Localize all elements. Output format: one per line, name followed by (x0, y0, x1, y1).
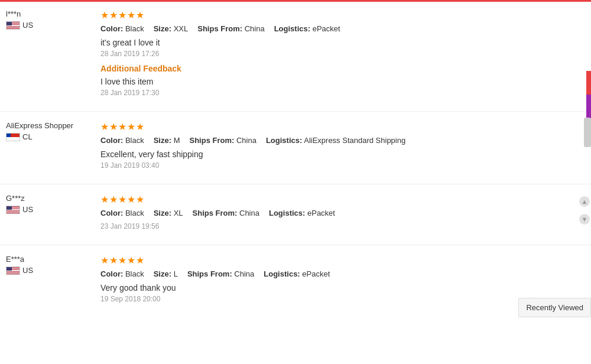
review-date: 19 Jan 2019 03:40 (100, 161, 579, 170)
review-date: 19 Sep 2018 20:00 (100, 295, 579, 303)
star-icon: ★ (109, 255, 118, 266)
scroll-arrow-up[interactable]: ▲ (579, 196, 590, 207)
reviewer-name: G***z (6, 194, 100, 203)
additional-feedback-label: Additional Feedback (100, 64, 579, 73)
order-details: Color: Black Size: XXL Ships From: China… (100, 24, 579, 33)
star-icon: ★ (100, 194, 109, 205)
order-details: Color: Black Size: XL Ships From: China … (100, 209, 579, 217)
star-icon: ★ (127, 121, 135, 132)
ships-from-label: Ships From: China (189, 136, 256, 145)
star-icon: ★ (136, 9, 144, 21)
reviewer-country: US (6, 21, 100, 30)
star-icon: ★ (136, 121, 144, 132)
star-icon: ★ (127, 194, 135, 205)
reviews-container: l***n US ★ ★ ★ ★ ★ Color: Black Size: XX… (0, 0, 591, 317)
color-label: Color: Black (100, 24, 144, 33)
country-label: US (22, 205, 33, 214)
review-section: Excellent, very fast shipping 19 Jan 201… (100, 150, 579, 170)
flag-us-icon (6, 21, 20, 30)
logistics-label: Logistics: AliExpress Standard Shipping (266, 136, 405, 145)
star-icon: ★ (136, 255, 144, 266)
reviewer-country: US (6, 266, 100, 275)
ships-from-label: Ships From: China (187, 269, 254, 278)
reviewer-name: AliExpress Shopper (6, 121, 100, 130)
country-label: US (22, 21, 33, 30)
ships-from-label: Ships From: China (193, 209, 259, 217)
size-label: Size: XL (154, 209, 183, 217)
reviewer-info: l***n US (0, 9, 100, 102)
flag-us-icon (6, 266, 20, 275)
ships-from-label: Ships From: China (197, 24, 264, 33)
logistics-label: Logistics: ePacket (269, 209, 335, 217)
flag-cl-icon (6, 133, 20, 141)
color-label: Color: Black (100, 269, 144, 278)
star-rating: ★ ★ ★ ★ ★ (100, 121, 579, 132)
size-label: Size: L (154, 269, 178, 278)
star-icon: ★ (127, 9, 135, 21)
review-item: G***z US ★ ★ ★ ★ ★ Color: Black Size: XL… (0, 184, 591, 245)
color-label: Color: Black (100, 209, 144, 217)
review-item: AliExpress Shopper CL ★ ★ ★ ★ ★ Color: B… (0, 112, 591, 184)
recently-viewed-button[interactable]: Recently Viewed (518, 298, 591, 317)
review-date: 23 Jan 2019 19:56 (100, 222, 579, 230)
color-label: Color: Black (100, 136, 144, 145)
country-label: CL (22, 132, 33, 141)
review-section: Very good thank you 19 Sep 2018 20:00 (100, 283, 579, 303)
star-icon: ★ (118, 194, 126, 205)
star-icon: ★ (109, 9, 118, 21)
review-section: it's great I love it 28 Jan 2019 17:26 (100, 38, 579, 58)
scroll-arrow-down[interactable]: ▼ (579, 214, 590, 225)
star-icon: ★ (136, 194, 144, 205)
star-icon: ★ (118, 121, 126, 132)
top-border (0, 0, 591, 2)
review-item: l***n US ★ ★ ★ ★ ★ Color: Black Size: XX… (0, 0, 591, 112)
logistics-label: Logistics: ePacket (274, 24, 340, 33)
star-rating: ★ ★ ★ ★ ★ (100, 255, 579, 266)
reviewer-country: US (6, 205, 100, 214)
star-icon: ★ (118, 9, 126, 21)
review-date: 28 Jan 2019 17:26 (100, 50, 579, 58)
reviewer-info: AliExpress Shopper CL (0, 121, 100, 174)
review-section: 23 Jan 2019 19:56 (100, 222, 579, 230)
reviewer-country: CL (6, 132, 100, 141)
star-icon: ★ (127, 255, 135, 266)
star-icon: ★ (109, 194, 118, 205)
size-label: Size: XXL (154, 24, 189, 33)
order-details: Color: Black Size: L Ships From: China L… (100, 269, 579, 278)
review-text: Excellent, very fast shipping (100, 150, 579, 159)
star-icon: ★ (100, 255, 109, 266)
additional-feedback-section: Additional Feedback I love this item 28 … (100, 64, 579, 97)
reviewer-info: E***a US (0, 255, 100, 308)
scrollbar-handle[interactable] (584, 118, 591, 147)
star-rating: ★ ★ ★ ★ ★ (100, 194, 579, 205)
star-icon: ★ (109, 121, 118, 132)
star-rating: ★ ★ ★ ★ ★ (100, 9, 579, 21)
logistics-label: Logistics: ePacket (264, 269, 330, 278)
flag-us-icon (6, 206, 20, 214)
review-text: it's great I love it (100, 38, 579, 47)
review-content: ★ ★ ★ ★ ★ Color: Black Size: L Ships Fro… (100, 255, 591, 308)
review-content: ★ ★ ★ ★ ★ Color: Black Size: M Ships Fro… (100, 121, 591, 174)
right-tab-red (586, 71, 591, 95)
reviewer-info: G***z US (0, 194, 100, 235)
country-label: US (22, 266, 33, 275)
star-icon: ★ (100, 9, 109, 21)
star-icon: ★ (118, 255, 126, 266)
recently-viewed-label: Recently Viewed (526, 303, 583, 312)
reviewer-name: E***a (6, 255, 100, 264)
review-content: ★ ★ ★ ★ ★ Color: Black Size: XXL Ships F… (100, 9, 591, 102)
review-content: ★ ★ ★ ★ ★ Color: Black Size: XL Ships Fr… (100, 194, 591, 235)
order-details: Color: Black Size: M Ships From: China L… (100, 136, 579, 145)
additional-review-text: I love this item (100, 77, 579, 86)
star-icon: ★ (100, 121, 109, 132)
additional-review-date: 28 Jan 2019 17:30 (100, 89, 579, 97)
size-label: Size: M (154, 136, 180, 145)
review-text: Very good thank you (100, 283, 579, 292)
reviewer-name: l***n (6, 9, 100, 18)
review-item: E***a US ★ ★ ★ ★ ★ Color: Black Size: L … (0, 245, 591, 317)
